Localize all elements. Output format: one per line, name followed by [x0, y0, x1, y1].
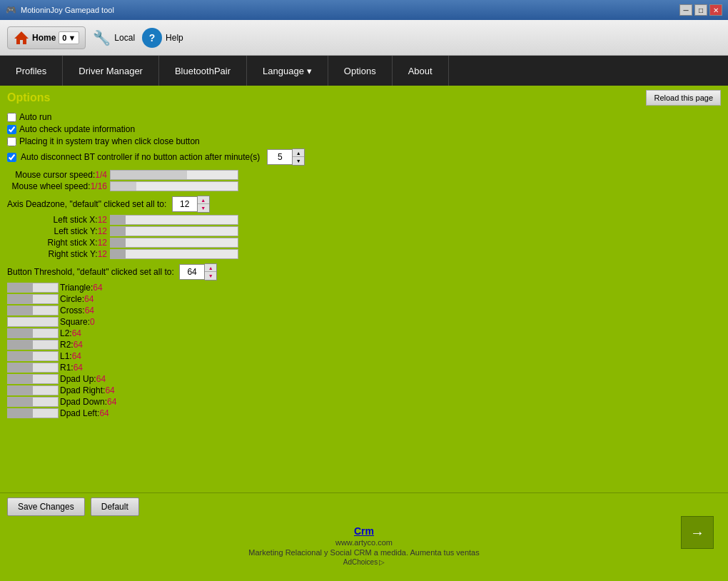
- mouse-cursor-value: 1/4: [95, 170, 107, 180]
- nav-bluetooth-pair[interactable]: BluetoothPair: [159, 56, 247, 86]
- home-dropdown[interactable]: 0 ▼: [59, 31, 79, 44]
- auto-run-row: Auto run: [7, 112, 721, 122]
- ad-arrow-icon: →: [690, 525, 704, 541]
- auto-disconnect-row: Auto disconnect BT controller if no butt…: [7, 148, 721, 166]
- bt-minutes-spinbox: ▲ ▼: [267, 148, 305, 166]
- button-threshold-label: Button Threshold, "default" clicked set …: [7, 263, 721, 281]
- save-changes-button[interactable]: Save Changes: [7, 497, 85, 516]
- axis-deadzone-up[interactable]: ▲: [198, 196, 209, 204]
- cross-row: Cross:64: [7, 305, 721, 315]
- cross-label: Cross:64: [60, 305, 94, 315]
- button-threshold-section: Button Threshold, "default" clicked set …: [7, 263, 721, 418]
- axis-deadzone-input[interactable]: [172, 196, 198, 212]
- axis-deadzone-spinbox: ▲ ▼: [172, 196, 210, 213]
- bt-minutes-input[interactable]: [267, 149, 293, 165]
- mouse-cursor-row: Mouse cursor speed:1/4: [7, 170, 721, 180]
- help-button[interactable]: ?: [142, 28, 162, 48]
- square-slider[interactable]: [7, 317, 59, 327]
- axis-deadzone-down[interactable]: ▼: [198, 204, 209, 212]
- axis-deadzone-label: Axis Deadzone, "default" clicked set all…: [7, 196, 721, 213]
- dpad-down-label: Dpad Down:64: [60, 397, 116, 407]
- button-threshold-down[interactable]: ▼: [205, 272, 216, 280]
- button-threshold-spinbox: ▲ ▼: [179, 263, 217, 281]
- cross-slider[interactable]: [7, 305, 59, 315]
- auto-disconnect-checkbox[interactable]: [7, 153, 16, 162]
- dpad-up-slider[interactable]: [7, 374, 59, 384]
- dropdown-arrow: ▼: [68, 34, 76, 42]
- default-button[interactable]: Default: [91, 497, 139, 516]
- nav-bar: Profiles Driver Manager BluetoothPair La…: [0, 56, 728, 86]
- square-row: Square:0: [7, 317, 721, 327]
- home-button[interactable]: Home 0 ▼: [7, 26, 86, 49]
- triangle-label: Triangle:64: [60, 283, 103, 293]
- bt-minutes-down[interactable]: ▼: [293, 157, 304, 165]
- left-stick-y-slider[interactable]: [110, 226, 238, 236]
- nav-about[interactable]: About: [393, 56, 449, 86]
- close-button[interactable]: ✕: [709, 4, 722, 16]
- axis-deadzone-section: Axis Deadzone, "default" clicked set all…: [7, 196, 721, 259]
- dpad-right-row: Dpad Right:64: [7, 385, 721, 395]
- auto-check-checkbox[interactable]: [7, 125, 16, 134]
- circle-slider[interactable]: [7, 294, 59, 304]
- l2-row: L2:64: [7, 328, 721, 338]
- triangle-row: Triangle:64: [7, 283, 721, 293]
- auto-run-label: Auto run: [19, 112, 51, 122]
- r1-slider[interactable]: [7, 363, 59, 373]
- home-icon: [14, 30, 29, 46]
- main-content: Options Reload this page Auto run Auto c…: [0, 86, 728, 581]
- dpad-left-slider[interactable]: [7, 408, 59, 418]
- reload-button[interactable]: Reload this page: [646, 90, 721, 106]
- nav-options[interactable]: Options: [328, 56, 393, 86]
- circle-row: Circle:64: [7, 294, 721, 304]
- title-bar-left: 🎮 MotioninJoy Gamepad tool: [6, 5, 114, 15]
- mouse-wheel-slider[interactable]: [110, 181, 238, 191]
- left-stick-x-slider[interactable]: [110, 215, 238, 225]
- app-icon: 🎮: [6, 5, 16, 15]
- maximize-button[interactable]: □: [694, 4, 707, 16]
- right-stick-x-label: Right stick X:12: [7, 238, 107, 248]
- dpad-down-row: Dpad Down:64: [7, 397, 721, 407]
- nav-profiles[interactable]: Profiles: [0, 56, 63, 86]
- left-stick-x-label: Left stick X:12: [7, 215, 107, 225]
- button-threshold-up[interactable]: ▲: [205, 264, 216, 272]
- ad-crm-link[interactable]: Crm: [354, 525, 374, 537]
- l1-row: L1:64: [7, 351, 721, 361]
- auto-run-checkbox[interactable]: [7, 113, 16, 122]
- help-label: Help: [166, 33, 183, 43]
- toolbar-help: ? Help: [142, 28, 183, 48]
- triangle-slider[interactable]: [7, 283, 59, 293]
- right-stick-y-slider[interactable]: [110, 249, 238, 259]
- minimize-button[interactable]: ─: [679, 4, 692, 16]
- local-label: Local: [114, 33, 135, 43]
- ad-arrow-button[interactable]: →: [681, 516, 714, 549]
- l2-slider[interactable]: [7, 328, 59, 338]
- system-tray-checkbox[interactable]: [7, 137, 16, 146]
- content-scroll: Auto run Auto check update information P…: [0, 110, 728, 492]
- dpad-up-row: Dpad Up:64: [7, 374, 721, 384]
- options-title: Options: [7, 91, 50, 104]
- title-bar-controls: ─ □ ✕: [679, 4, 722, 16]
- r2-slider[interactable]: [7, 340, 59, 350]
- button-threshold-input[interactable]: [179, 264, 205, 280]
- mouse-cursor-label: Mouse cursor speed:1/4: [7, 170, 107, 180]
- left-stick-x-row: Left stick X:12: [7, 215, 721, 225]
- bt-minutes-up[interactable]: ▲: [293, 149, 304, 157]
- mouse-wheel-label: Mouse wheel speed:1/16: [7, 181, 107, 191]
- nav-language[interactable]: Language ▾: [247, 56, 328, 86]
- l1-slider[interactable]: [7, 351, 59, 361]
- language-dropdown-icon: ▾: [307, 66, 312, 76]
- l2-label: L2:64: [60, 328, 81, 338]
- system-tray-label: Placing it in system tray when click clo…: [19, 136, 200, 146]
- right-stick-x-slider[interactable]: [110, 238, 238, 248]
- dpad-down-slider[interactable]: [7, 397, 59, 407]
- dpad-right-slider[interactable]: [7, 385, 59, 395]
- left-stick-y-row: Left stick Y:12: [7, 226, 721, 236]
- toolbar: Home 0 ▼ 🔧 Local ? Help: [0, 20, 728, 56]
- mouse-cursor-slider[interactable]: [110, 170, 238, 180]
- dpad-left-row: Dpad Left:64: [7, 408, 721, 418]
- nav-driver-manager[interactable]: Driver Manager: [63, 56, 159, 86]
- right-stick-x-row: Right stick X:12: [7, 238, 721, 248]
- app-title: MotioninJoy Gamepad tool: [21, 6, 114, 14]
- l1-label: L1:64: [60, 351, 81, 361]
- r2-row: R2:64: [7, 340, 721, 350]
